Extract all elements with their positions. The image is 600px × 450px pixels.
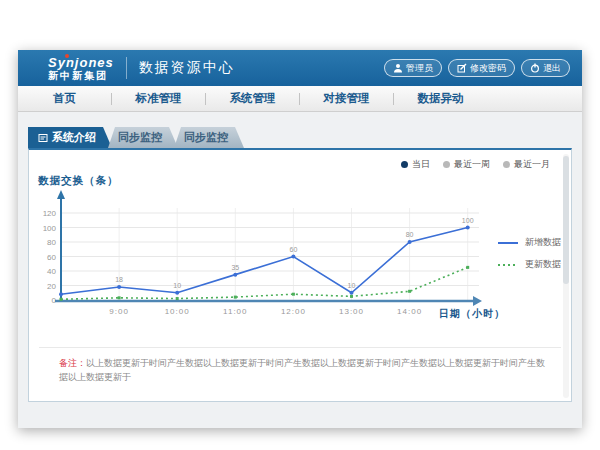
svg-text:9:00: 9:00	[109, 307, 129, 316]
button-label: 管理员	[406, 62, 433, 75]
legend-label: 更新数据	[525, 258, 561, 271]
svg-text:10:00: 10:00	[165, 307, 190, 316]
radio-dot	[401, 161, 408, 168]
tab-bar: 系统介绍同步监控同步监控	[28, 127, 244, 148]
logout-button[interactable]: 退出	[521, 59, 570, 77]
app-header: Synjones 新中新集团 数据资源中心 管理员修改密码退出	[18, 50, 582, 86]
app-window: Synjones 新中新集团 数据资源中心 管理员修改密码退出 首页标准管理系统…	[18, 50, 582, 428]
svg-text:40: 40	[47, 267, 56, 276]
line-chart: 0204060801001209:0010:0011:0012:0013:001…	[43, 188, 543, 328]
tab-1[interactable]: 同步监控	[108, 127, 178, 148]
svg-text:60: 60	[290, 246, 298, 253]
svg-text:14:00: 14:00	[397, 307, 422, 316]
power-icon	[530, 63, 540, 73]
header-actions: 管理员修改密码退出	[384, 59, 570, 77]
legend-item-0[interactable]: 新增数据	[497, 236, 561, 249]
nav-item-4[interactable]: 数据异动	[394, 91, 487, 106]
svg-text:11:00: 11:00	[223, 307, 247, 316]
svg-text:13:00: 13:00	[339, 307, 364, 316]
footnote-text: 以上数据更新于时间产生数据以上数据更新于时间产生数据以上数据更新于时间产生数据以…	[59, 358, 545, 382]
chart-legend: 新增数据更新数据	[497, 236, 561, 271]
header-divider	[126, 57, 127, 79]
button-label: 修改密码	[470, 62, 506, 75]
tab-label: 同步监控	[184, 130, 228, 145]
time-filter-group: 当日最近一周最近一月	[401, 158, 550, 171]
svg-text:10: 10	[348, 282, 356, 289]
filter-label: 最近一周	[454, 158, 490, 171]
tab-label: 系统介绍	[52, 130, 96, 145]
svg-text:18: 18	[115, 276, 123, 283]
footnote-prefix: 备注：	[59, 358, 86, 368]
user-button[interactable]: 管理员	[384, 59, 442, 77]
main-nav: 首页标准管理系统管理对接管理数据异动	[18, 86, 582, 112]
svg-text:60: 60	[47, 253, 56, 262]
filter-label: 最近一月	[514, 158, 550, 171]
company-logo: Synjones 新中新集团	[48, 56, 114, 81]
tab-2[interactable]: 同步监控	[174, 127, 244, 148]
radio-dot	[503, 161, 510, 168]
nav-item-1[interactable]: 标准管理	[112, 91, 205, 106]
svg-text:80: 80	[406, 231, 414, 238]
svg-text:12:00: 12:00	[281, 307, 306, 316]
legend-label: 新增数据	[525, 236, 561, 249]
svg-text:120: 120	[43, 209, 57, 218]
legend-item-1[interactable]: 更新数据	[497, 258, 561, 271]
time-filter-1[interactable]: 最近一周	[443, 158, 490, 171]
chart-panel: 当日最近一周最近一月 数据交换（条） 0204060801001209:0010…	[28, 148, 572, 402]
time-filter-2[interactable]: 最近一月	[503, 158, 550, 171]
app-title: 数据资源中心	[139, 59, 235, 77]
footnote: 备注：以上数据更新于时间产生数据以上数据更新于时间产生数据以上数据更新于时间产生…	[59, 357, 551, 384]
content-area: 系统介绍同步监控同步监控 当日最近一周最近一月 数据交换（条） 02040608…	[18, 112, 582, 428]
radio-dot	[443, 161, 450, 168]
user-icon	[393, 63, 403, 73]
edit-icon	[457, 63, 467, 73]
time-filter-0[interactable]: 当日	[401, 158, 430, 171]
svg-text:80: 80	[47, 238, 56, 247]
nav-item-3[interactable]: 对接管理	[300, 91, 393, 106]
svg-text:35: 35	[231, 264, 239, 271]
tab-0[interactable]: 系统介绍	[28, 127, 112, 148]
scrollbar-thumb[interactable]	[563, 156, 569, 284]
change-password-button[interactable]: 修改密码	[448, 59, 515, 77]
filter-label: 当日	[412, 158, 430, 171]
legend-line-sample	[497, 239, 519, 247]
logo-dot	[65, 54, 69, 58]
button-label: 退出	[543, 62, 561, 75]
svg-text:10: 10	[173, 282, 181, 289]
nav-item-0[interactable]: 首页	[18, 91, 111, 106]
legend-line-sample	[497, 261, 519, 269]
y-axis-title: 数据交换（条）	[38, 174, 119, 188]
logo-secondary: 新中新集团	[48, 71, 114, 81]
svg-text:日期（小时）: 日期（小时）	[439, 308, 505, 319]
panel-scrollbar[interactable]	[563, 154, 569, 398]
tab-label: 同步监控	[118, 130, 162, 145]
note-divider	[39, 347, 561, 348]
nav-item-2[interactable]: 系统管理	[206, 91, 299, 106]
svg-text:100: 100	[43, 224, 57, 233]
svg-text:20: 20	[47, 282, 56, 291]
document-icon	[38, 133, 48, 143]
svg-text:100: 100	[462, 217, 474, 224]
logo-primary: Synjones	[48, 56, 114, 69]
